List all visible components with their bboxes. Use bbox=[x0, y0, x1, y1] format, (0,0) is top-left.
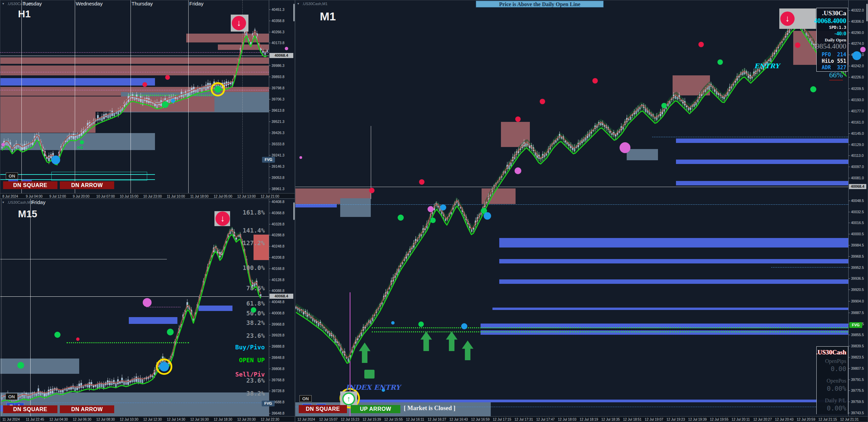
fib-level-label: 38.2% bbox=[246, 390, 265, 397]
price-tick: 39839.5 bbox=[851, 344, 864, 348]
fib-level-label: 38.2% bbox=[246, 319, 265, 326]
time-tick: 12 Jul 21:15 bbox=[818, 418, 837, 421]
price-tick-mark bbox=[849, 111, 850, 111]
sell-signal-badge: ↓ bbox=[779, 8, 816, 29]
price-tick: 39855.5 bbox=[851, 333, 864, 337]
green-signal-dot bbox=[54, 332, 60, 338]
timeframe-label: H1 bbox=[18, 8, 31, 20]
time-tick: 12 Jul 16:11 bbox=[406, 418, 424, 421]
price-tick-mark bbox=[849, 178, 850, 178]
on-toggle-button[interactable]: ON bbox=[5, 393, 18, 400]
price-tick: 40161.0 bbox=[851, 120, 864, 124]
time-tick: 12 Jul 2024 bbox=[297, 418, 315, 421]
info-daily-open-value: 39854.4000 bbox=[812, 42, 846, 51]
price-tick-mark bbox=[269, 346, 271, 347]
price-tick: 40193.0 bbox=[851, 98, 864, 102]
price-tick: 39936.5 bbox=[851, 276, 864, 280]
price-tick: 39848.8 bbox=[272, 355, 284, 360]
time-tick: 12 Jul 18:19 bbox=[579, 418, 598, 421]
dn-arrow-button[interactable]: DN ARROW bbox=[60, 181, 114, 189]
fib-level-label: 23.6% bbox=[246, 377, 265, 384]
day-label: Wednesday bbox=[76, 1, 103, 6]
time-tick: 11 Jul 2024 bbox=[2, 418, 20, 421]
symbol-dropdown-icon[interactable]: ▾ bbox=[2, 2, 4, 5]
price-tick: 40128.8 bbox=[272, 278, 284, 282]
chart-panel-m15: 40408.840368.840328.840288.840248.840208… bbox=[0, 199, 295, 422]
day-label: Thursday bbox=[132, 1, 153, 6]
chart-annotation: INDEX ENTRY bbox=[346, 383, 400, 391]
price-tick-mark bbox=[849, 290, 850, 290]
price-tick: 39706.3 bbox=[272, 97, 284, 101]
on-toggle-button[interactable]: ON bbox=[6, 172, 18, 179]
price-tick-mark bbox=[849, 55, 850, 55]
scrollbar-thumb[interactable] bbox=[293, 4, 295, 21]
price-tick: 39808.8 bbox=[272, 367, 284, 371]
price-tick-mark bbox=[269, 269, 271, 269]
time-tick: 12 Jul 18:51 bbox=[623, 418, 642, 421]
price-tick-mark bbox=[269, 88, 271, 88]
on-toggle-button[interactable]: ON bbox=[299, 395, 312, 402]
price-tick-mark bbox=[269, 133, 271, 133]
fvg-button[interactable]: FVG bbox=[262, 157, 275, 163]
price-tick: 40266.3 bbox=[272, 30, 284, 34]
price-tick-mark bbox=[269, 224, 271, 224]
time-tick: 8 Jul 2024 bbox=[2, 195, 18, 198]
price-tick-mark bbox=[269, 313, 271, 313]
panel-title: .US30Cash,M15 bbox=[7, 200, 35, 204]
price-tick-mark bbox=[269, 213, 271, 213]
price-tick-mark bbox=[849, 245, 850, 245]
price-tick-mark bbox=[849, 201, 850, 201]
time-tick: 12 Jul 17:31 bbox=[515, 418, 533, 421]
time-tick: 10 Jul 23:00 bbox=[143, 195, 162, 198]
price-tick-mark bbox=[269, 246, 271, 246]
price-tick-mark bbox=[269, 99, 271, 99]
dn-square-button[interactable]: DN SQUARE bbox=[3, 181, 57, 189]
time-tick: 9 Jul 04:00 bbox=[26, 195, 42, 198]
fib-level-label: 127.2% bbox=[243, 239, 265, 246]
scrollbar-thumb[interactable] bbox=[866, 4, 868, 21]
green-signal-dot bbox=[80, 140, 84, 144]
price-tick: 40145.0 bbox=[851, 131, 864, 135]
price-tick-mark bbox=[849, 357, 850, 357]
price-tick: 40177.0 bbox=[851, 109, 864, 113]
dn-square-button[interactable]: DN SQUARE bbox=[299, 405, 347, 413]
price-tick-mark bbox=[269, 280, 271, 280]
price-tick-mark bbox=[849, 43, 850, 44]
price-tick: 39798.8 bbox=[272, 86, 284, 90]
time-tick: 12 Jul 04:30 bbox=[49, 418, 68, 421]
time-tick: 12 Jul 19:07 bbox=[645, 418, 663, 421]
fvg-button[interactable]: FVG bbox=[262, 401, 275, 406]
price-tick: 39952.5 bbox=[851, 265, 864, 270]
symbol-dropdown-icon[interactable]: ▾ bbox=[297, 2, 299, 5]
pink-signal-dot bbox=[1, 143, 5, 146]
time-tick: 12 Jul 12:30 bbox=[143, 418, 162, 421]
price-tick-mark bbox=[849, 100, 850, 100]
time-tick: 12 Jul 10:30 bbox=[120, 418, 138, 421]
time-tick: 12 Jul 15:39 bbox=[363, 418, 381, 421]
price-tick-mark bbox=[849, 212, 850, 212]
timeframe-label: M1 bbox=[320, 10, 336, 23]
time-tick: 12 Jul 16:59 bbox=[471, 418, 490, 421]
account-pl-box: .US30Cash OpenPips 0.00 OpenPos 0.00% Da… bbox=[816, 346, 848, 414]
symbol-dropdown-icon[interactable]: ▾ bbox=[2, 200, 4, 204]
red-signal-dot bbox=[419, 179, 424, 185]
scrollbar-thumb[interactable] bbox=[293, 202, 295, 220]
price-tick-mark bbox=[849, 380, 850, 380]
price-tick-mark bbox=[849, 89, 850, 89]
price-tick: 40248.8 bbox=[272, 244, 284, 248]
up-arrow-button[interactable]: UP ARROW bbox=[351, 405, 400, 413]
down-arrow-icon: ↓ bbox=[215, 212, 230, 226]
price-tick: 39241.3 bbox=[272, 153, 284, 157]
green-signal-dot bbox=[162, 101, 169, 108]
red-signal-dot bbox=[795, 42, 800, 48]
red-signal-dot bbox=[165, 75, 170, 80]
down-arrow-icon: ↓ bbox=[780, 12, 795, 26]
price-tick-mark bbox=[269, 291, 271, 291]
price-tick-mark bbox=[269, 302, 271, 302]
dn-square-button[interactable]: DN SQUARE bbox=[3, 405, 57, 413]
dn-arrow-button[interactable]: DN ARROW bbox=[60, 405, 114, 413]
price-tick: 40451.3 bbox=[272, 7, 284, 12]
fvg-button[interactable]: FVG bbox=[849, 322, 862, 328]
time-tick: 12 Jul 20:27 bbox=[753, 418, 772, 421]
pink-signal-dot bbox=[299, 156, 302, 159]
